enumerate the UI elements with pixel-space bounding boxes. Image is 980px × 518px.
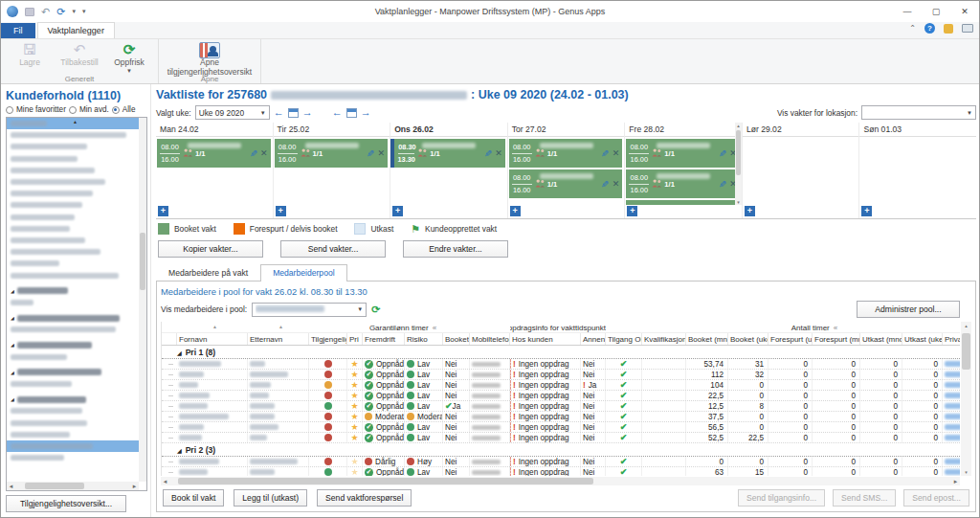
table-row[interactable]: ★✔OppnåddLav✔ Ja!Ingen oppdragNei✔12,580… — [162, 401, 960, 412]
list-item[interactable] — [7, 129, 139, 141]
oppfrisk-dropdown-icon[interactable]: ▼ — [126, 68, 132, 75]
prev-day-arrow[interactable]: ← — [332, 107, 343, 118]
radio-alle[interactable] — [112, 106, 120, 114]
aapne-tilgjengelighetsoversikt-button[interactable]: Åpne tilgjengerlighetsoversikt — [163, 41, 256, 78]
column-header[interactable]: Fremdrift — [363, 333, 405, 345]
tab-medarbeidere-pa-vakt[interactable]: Medarbeidere på vakt — [156, 264, 260, 281]
list-item[interactable]: ◢ — [7, 394, 139, 405]
list-item[interactable] — [7, 378, 139, 390]
oppfrisk-button[interactable]: ⟳ Oppfrisk ▼ — [104, 41, 154, 75]
add-shift-button[interactable]: + — [510, 206, 521, 216]
list-item[interactable] — [7, 440, 139, 452]
calendar-icon[interactable] — [288, 108, 299, 118]
column-header[interactable]: Fornavn — [177, 333, 248, 345]
redacted-email[interactable] — [945, 372, 960, 377]
column-header[interactable]: Tilgjengelig — [309, 333, 347, 345]
ribbon-collapse-icon[interactable]: ⌃ — [909, 24, 916, 33]
table-row[interactable]: ★✔OppnåddLavNei!Ingen oppdragNei✔56,5000… — [162, 422, 960, 433]
tab-fil[interactable]: Fil — [1, 23, 35, 38]
table-hscrollbar[interactable]: ◂▸ — [161, 477, 960, 485]
monitor-icon[interactable] — [962, 24, 973, 33]
column-header[interactable]: Forespurt (uke) — [768, 333, 813, 345]
customer-list-hscrollbar[interactable]: ◂▸ — [7, 482, 139, 490]
column-header[interactable]: Privat e-post — [943, 333, 960, 345]
list-item[interactable] — [7, 223, 139, 235]
column-header[interactable]: Utkast (uke) — [902, 333, 943, 345]
list-item[interactable] — [7, 452, 139, 463]
list-item[interactable] — [7, 153, 139, 165]
next-day-arrow[interactable]: → — [361, 107, 371, 118]
table-row[interactable]: ★✔OppnåddLavNei!Ingen oppdragNei✔6315000… — [162, 467, 960, 476]
edit-icon[interactable]: ✎ — [719, 179, 726, 190]
collapse-group-icon[interactable]: « — [834, 324, 837, 332]
list-item[interactable] — [7, 188, 139, 199]
week-combo[interactable]: Uke 09 2020 ▼ — [195, 105, 270, 120]
table-vscrollbar[interactable] — [961, 322, 971, 476]
add-shift-button[interactable]: + — [861, 206, 872, 216]
column-header[interactable]: Booket? — [443, 333, 470, 345]
column-header[interactable]: Mobiltelefon — [470, 333, 510, 345]
hint-icon[interactable] — [944, 24, 953, 34]
table-row[interactable]: ★✔OppnåddLavNei!Ingen oppdragNei✔52,522,… — [162, 433, 960, 443]
send-vakter-button[interactable]: Send vakter... — [280, 240, 386, 258]
column-header[interactable]: Tilgang OK? — [606, 333, 642, 345]
redacted-email[interactable] — [945, 459, 960, 464]
list-item[interactable]: ◢ — [7, 285, 139, 297]
add-shift-button[interactable]: + — [392, 206, 403, 216]
column-header[interactable]: Booket (mnd) — [686, 333, 728, 345]
calendar-today-icon[interactable] — [346, 108, 357, 118]
location-combo[interactable]: ▼ — [861, 105, 976, 120]
tab-medarbeiderpool[interactable]: Medarbeiderpool — [260, 264, 347, 282]
expander-icon[interactable]: ◢ — [11, 288, 14, 294]
expander-icon[interactable]: ◢ — [177, 349, 182, 356]
column-header[interactable]: Utkast (mnd) — [860, 333, 902, 345]
add-shift-button[interactable]: + — [627, 206, 637, 216]
list-item[interactable] — [7, 324, 139, 335]
list-item[interactable]: ◢ — [7, 312, 139, 324]
day-scrollbar[interactable] — [735, 123, 742, 205]
column-header[interactable]: Pri — [347, 333, 363, 345]
list-item[interactable] — [7, 212, 139, 223]
undo-icon[interactable]: ↶ — [41, 7, 50, 17]
tilbakestill-button[interactable]: ↶ Tilbakestill — [55, 41, 104, 68]
edit-icon[interactable]: ✎ — [601, 148, 609, 159]
list-item[interactable] — [7, 417, 139, 429]
delete-icon[interactable]: ✕ — [378, 148, 386, 158]
column-group-header[interactable]: Antall timer« — [686, 322, 943, 333]
shift-card[interactable]: 08.0016.001/1✎✕ — [509, 169, 623, 198]
close-button[interactable]: ✕ — [950, 1, 979, 22]
edit-icon[interactable]: ✎ — [601, 179, 609, 190]
expander-icon[interactable]: ◢ — [11, 342, 14, 348]
tab-vaktplanlegger[interactable]: Vaktplanlegger — [37, 22, 115, 38]
next-week-arrow[interactable]: → — [302, 107, 313, 118]
endre-vakter-button[interactable]: Endre vakter... — [403, 240, 508, 258]
list-item[interactable] — [7, 405, 139, 417]
column-header[interactable]: Hos kunden — [510, 333, 581, 345]
table-group-row[interactable]: ◢Pri 1 (8) — [162, 347, 960, 359]
send-sms-button[interactable]: Send SMS... — [833, 489, 896, 507]
refresh-dropdown-icon[interactable]: ▾ — [72, 8, 76, 15]
qat-customize-icon[interactable]: ▾ — [82, 8, 86, 15]
add-shift-button[interactable]: + — [158, 206, 168, 216]
column-header[interactable]: Forespurt (mnd) — [813, 333, 860, 345]
list-item[interactable] — [7, 269, 139, 281]
tilgjengelighetsoversikt-button[interactable]: Tilgjengelighetsoversikt... — [6, 495, 126, 512]
column-group-header[interactable]: Oppdragsinfo for vakttidspunkt« — [510, 322, 606, 333]
edit-icon[interactable]: ✎ — [367, 148, 374, 159]
shift-card[interactable]: 08.0016.001/1✎✕ — [509, 139, 623, 168]
redacted-email[interactable] — [945, 361, 960, 367]
add-shift-button[interactable]: + — [745, 206, 755, 216]
help-icon[interactable]: ? — [924, 23, 935, 34]
edit-icon[interactable]: ✎ — [484, 148, 492, 159]
maximize-button[interactable]: ▢ — [922, 1, 950, 22]
redacted-email[interactable] — [945, 393, 960, 398]
administrer-pool-button[interactable]: Administrer pool... — [857, 301, 960, 318]
column-header[interactable]: Kvalifikasjoner — [642, 333, 686, 345]
shift-card[interactable]: 08.0016.001/1✎✕ — [275, 139, 389, 168]
legg-til-utkast-button[interactable]: Legg til (utkast) — [234, 489, 307, 507]
redacted-email[interactable] — [945, 424, 960, 430]
list-item[interactable] — [7, 235, 139, 246]
send-tilgangsinfo-button[interactable]: Send tilgangsinfo... — [738, 489, 825, 507]
delete-icon[interactable]: ✕ — [495, 148, 502, 158]
table-row[interactable]: ★✔OppnåddLavNei!Ingen oppdragNei✔1123200… — [162, 370, 960, 380]
